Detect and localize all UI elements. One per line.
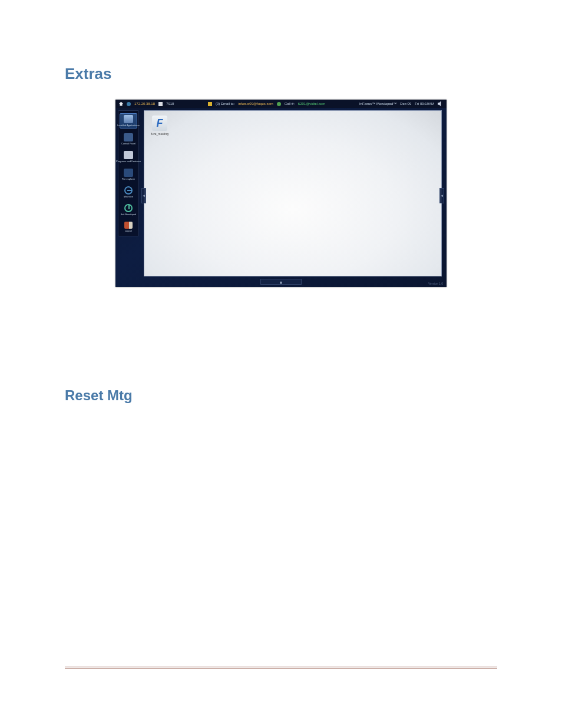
sidebar-item-control-panel[interactable]: Control Panel (120, 132, 137, 146)
call-address: 6201@vidtel.com (298, 102, 325, 106)
app-shortcut-fuze[interactable]: F fuze_meeting (150, 116, 169, 136)
sidebar-item-applications[interactable]: Installed Applications (120, 113, 137, 129)
programs-icon (124, 151, 133, 159)
email-prefix: (0) Email to: (216, 102, 234, 106)
topbar-center: (0) Email to: infocus09@fuqos.com Call #… (208, 102, 325, 106)
footer-divider (65, 667, 497, 669)
minimize-icon (124, 186, 133, 195)
network-icon[interactable] (127, 102, 131, 106)
screenshot-container: 172.20.38.18 7910 (0) Email to: infocus0… (115, 100, 447, 287)
version-text: Version 1.0 (428, 282, 443, 285)
sidebar-label: Logout (125, 230, 132, 232)
topbar-left: 172.20.38.18 7910 (119, 102, 174, 106)
left-expand-tab[interactable]: ◄ (141, 188, 146, 203)
heading-reset-mtg: Reset Mtg (65, 387, 497, 404)
email-address: infocus09@fuqos.com (238, 102, 273, 106)
mail-icon[interactable] (208, 102, 212, 106)
sidebar-label: File explorer (122, 178, 135, 180)
file-explorer-icon (124, 169, 133, 177)
sidebar-item-minimize[interactable]: Minimize (120, 185, 137, 199)
call-prefix: Call #: (285, 102, 295, 106)
topbar-right: InFocus™ Mondopad™ Dec 09 Fri 09:19AM (359, 101, 443, 107)
top-bar: 172.20.38.18 7910 (0) Email to: infocus0… (115, 100, 447, 108)
apps-icon (124, 115, 133, 123)
product-name: InFocus™ Mondopad™ (359, 102, 396, 106)
lock-icon (158, 102, 163, 106)
main-canvas: F fuze_meeting (144, 110, 442, 276)
control-panel-icon (124, 133, 133, 141)
heading-extras: Extras (65, 65, 497, 83)
power-icon (124, 204, 133, 212)
sidebar-label: Installed Applications (117, 124, 139, 127)
speaker-icon[interactable] (438, 101, 443, 107)
sidebar-item-exit[interactable]: Exit Mondopad (120, 203, 137, 217)
sidebar-label: Control Panel (121, 143, 135, 145)
call-icon[interactable] (277, 102, 281, 106)
sidebar-item-programs[interactable]: Programs and Features (120, 150, 137, 164)
home-icon[interactable] (119, 102, 123, 106)
fuze-icon: F (152, 116, 167, 131)
sidebar: Installed Applications Control Panel Pro… (118, 110, 139, 236)
logout-icon (124, 222, 133, 229)
port-text: 7910 (166, 102, 174, 106)
fuze-label: fuze_meeting (151, 132, 168, 136)
right-expand-tab[interactable]: ◄ (439, 188, 444, 203)
sidebar-label: Exit Mondopad (121, 213, 137, 216)
sidebar-item-logout[interactable]: Logout (120, 220, 137, 233)
bottom-expand-tab[interactable]: ▲ (260, 279, 302, 285)
time-text: Fri 09:19AM (415, 102, 434, 106)
sidebar-item-file-explorer[interactable]: File explorer (120, 167, 137, 182)
sidebar-label: Minimize (124, 196, 133, 198)
sidebar-label: Programs and Features (116, 160, 141, 163)
date-text: Dec 09 (400, 102, 411, 106)
ip-address: 172.20.38.18 (134, 102, 155, 106)
